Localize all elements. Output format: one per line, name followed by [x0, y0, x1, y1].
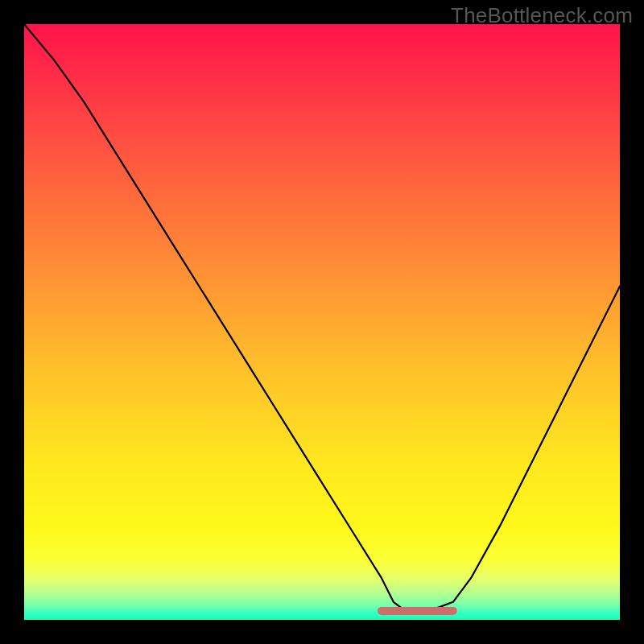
chart-svg: [24, 24, 620, 620]
chart-frame: TheBottleneck.com: [0, 0, 644, 644]
bottleneck-curve: [24, 24, 620, 611]
plot-area: [24, 24, 620, 620]
